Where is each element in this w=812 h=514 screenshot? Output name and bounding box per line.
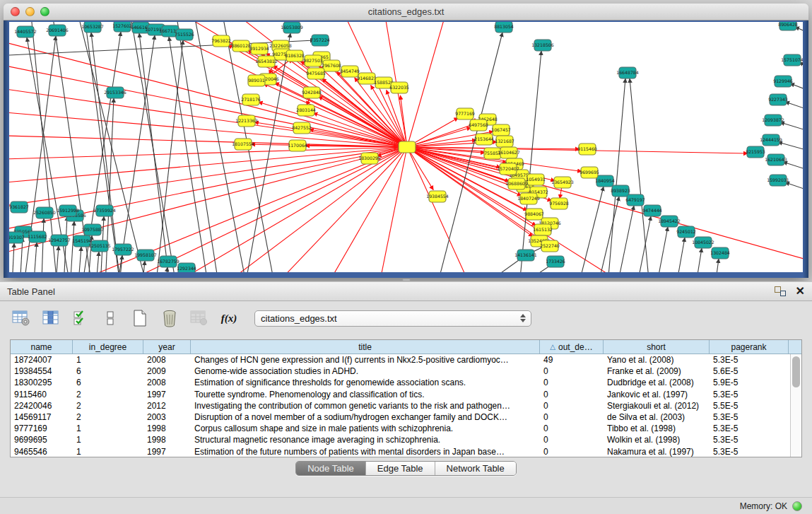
table-row[interactable]: 2242004622012Investigating the contribut… [11,400,790,411]
graph-node[interactable]: 1067457 [491,124,511,136]
graph-node[interactable]: 9756928 [549,198,569,209]
graph-node[interactable]: 17957222 [112,244,134,255]
scrollbar-thumb[interactable] [792,356,800,387]
graph-node[interactable]: 2153644 [474,134,494,145]
graph-node[interactable]: 20691406 [46,25,69,36]
close-panel-icon[interactable]: ✕ [796,286,805,296]
graph-node[interactable]: 16648784 [616,67,639,78]
graph-node[interactable]: 6479197 [625,194,645,206]
graph-node[interactable]: 14136141 [514,250,537,261]
function-builder-icon[interactable]: f(x) [219,308,239,328]
graph-node[interactable]: 12444159 [760,134,782,146]
graph-node[interactable]: 1840954 [595,175,615,187]
delete-table-icon[interactable] [160,308,180,328]
tab-edge-table[interactable]: Edge Table [366,462,435,475]
graph-node[interactable]: 15751074 [781,54,803,66]
graph-node[interactable]: 2718176 [241,94,261,105]
graph-node[interactable]: 18945422 [658,216,681,227]
graph-node[interactable]: 8938923 [611,185,630,197]
show-columns-icon[interactable] [41,308,61,328]
graph-node[interactable]: 9115460 [577,144,597,155]
graph-node[interactable]: 16543812 [255,56,278,67]
column-header-year[interactable]: year [143,340,191,354]
graph-node[interactable]: 9884067 [524,209,544,220]
graph-node[interactable]: 1302484 [710,247,730,259]
table-select-dropdown[interactable]: citations_edges.txt [254,310,531,327]
column-header-in_degree[interactable]: in_degree [73,340,143,354]
graph-node[interactable]: 7963822 [211,35,231,47]
graph-node[interactable]: 18407249 [517,193,540,204]
graph-node[interactable]: 1292344 [177,263,196,272]
graph-node[interactable]: 6497568 [469,119,488,131]
graph-node[interactable]: 12505135 [88,240,111,252]
table-row[interactable]: 911546021997Tourette syndrome. Phenomeno… [11,389,790,400]
graph-node[interactable]: 8215953 [746,146,765,158]
table-row[interactable]: 1938455462009Genome-wide association stu… [11,366,790,377]
graph-node[interactable]: 8860128 [231,40,251,52]
table-row[interactable]: 969969511998Structural magnetic resonanc… [11,434,790,445]
graph-node[interactable]: 29153346 [104,87,126,98]
float-panel-icon[interactable] [775,286,786,296]
graph-node[interactable]: 9699695 [579,167,599,178]
graph-node[interactable]: 25260850 [33,207,56,218]
window-titlebar[interactable]: citations_edges.txt [4,4,808,21]
graph-node[interactable]: 12942757 [48,235,71,246]
graph-node[interactable]: 8427552 [292,122,312,134]
graph-node[interactable]: 9474444 [642,205,662,216]
graph-node[interactable]: 10688609 [505,178,528,189]
table-row[interactable]: 977716911998Corpus callosum shape and si… [11,423,790,434]
row-height-icon[interactable] [100,308,120,328]
graph-node[interactable]: 18300295 [358,153,381,164]
graph-node[interactable]: 14405572 [14,26,37,37]
graph-node[interactable]: 15912998 [57,205,79,216]
graph-node[interactable] [399,141,416,153]
graph-node[interactable]: 2803144 [296,105,316,116]
graph-node[interactable]: 8186328 [285,50,305,62]
graph-node[interactable]: 1733426 [546,256,565,267]
graph-node[interactable]: 15720407 [497,163,519,175]
graph-node[interactable]: 9777169 [455,108,475,119]
graph-node[interactable]: 7515526 [175,29,194,40]
graph-node[interactable]: 17359924 [93,205,116,216]
graph-node[interactable]: 16210643 [765,154,787,165]
graph-node[interactable]: 13654923 [551,177,574,188]
graph-node[interactable]: 13218506 [531,40,554,51]
table-settings-icon[interactable] [11,308,31,328]
graph-node[interactable]: 12093872 [762,115,784,126]
column-header-pagerank[interactable]: pagerank [710,340,789,354]
column-header-name[interactable]: name [11,340,73,354]
create-table-icon[interactable] [130,308,150,328]
graph-node[interactable]: 2522740 [540,240,560,252]
graph-node[interactable]: 989031 [248,75,265,86]
select-rows-icon[interactable] [71,308,90,328]
citation-network-graph[interactable]: 1440557220691406106532871527602646616010… [9,22,803,272]
table-row[interactable]: 1830029562008Estimation of significance … [11,377,790,388]
graph-node[interactable]: 9827503 [303,55,323,66]
graph-node[interactable]: 9129946 [773,76,793,87]
graph-node[interactable]: 1615132 [533,224,553,235]
graph-node[interactable]: 7357224 [310,35,330,46]
graph-node[interactable]: 1115682 [28,231,47,243]
graph-node[interactable]: 1527602 [112,22,132,32]
graph-node[interactable]: 1170064 [288,140,307,151]
graph-node[interactable]: 10653287 [81,22,104,33]
vertical-scrollbar[interactable] [790,354,801,457]
graph-node[interactable]: 3919307 [9,232,25,243]
graph-node[interactable]: 6322035 [389,82,409,93]
graph-node[interactable]: 15992031 [767,175,789,186]
column-header-short[interactable]: short [604,340,710,354]
table-row[interactable]: 1872400712008Changes of HCN gene express… [11,354,790,366]
table-row[interactable]: 946554611997Estimation of the future num… [11,446,790,457]
graph-node[interactable]: 9361827 [9,201,29,213]
graph-node[interactable]: 18107554 [232,139,254,150]
graph-node[interactable]: 16104627 [498,147,520,158]
graph-node[interactable]: 19384554 [426,191,449,202]
tab-network-table[interactable]: Network Table [435,462,516,475]
graph-node[interactable]: 8813054 [494,22,514,33]
graph-node[interactable]: 12213363 [235,115,258,127]
graph-node[interactable]: 1054931 [526,174,546,185]
tab-node-table[interactable]: Node Table [296,462,366,475]
table-row[interactable]: 1456911722003Disruption of a novel membe… [11,411,790,423]
graph-node[interactable]: 8906428 [778,22,798,30]
graph-node[interactable]: 10975887 [81,224,104,235]
